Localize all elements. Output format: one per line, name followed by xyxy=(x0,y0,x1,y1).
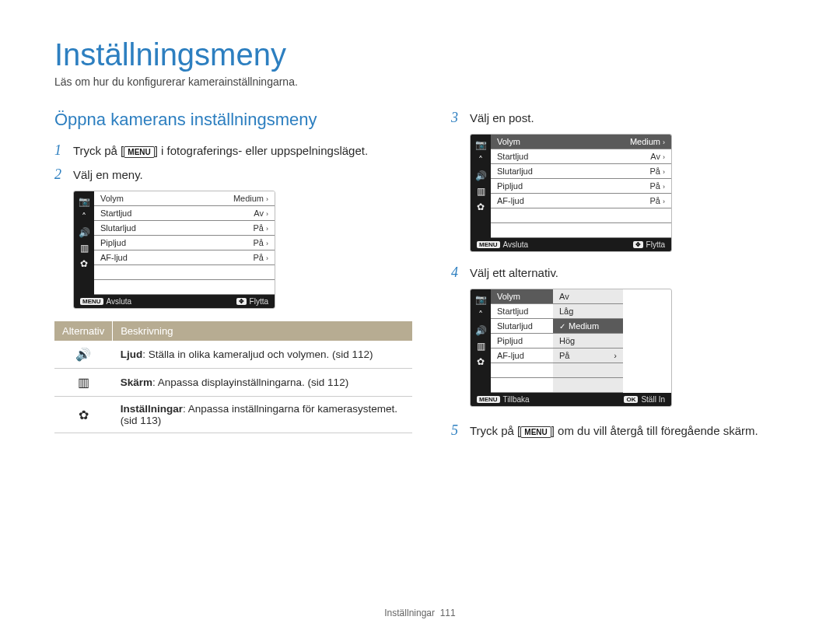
menu-badge-icon: MENU xyxy=(477,241,500,248)
move-badge-icon: ✥ xyxy=(236,298,247,305)
menu-button-icon: MENU xyxy=(124,146,154,158)
option-row: Medium xyxy=(553,319,623,334)
lcd-row: AF-ljudPå› xyxy=(94,250,275,265)
sound-icon: 🔊 xyxy=(474,170,487,181)
display-icon: ▥ xyxy=(474,186,487,197)
section-heading: Öppna kamerans inställningsmeny xyxy=(54,110,412,130)
camera-icon: 📷 xyxy=(78,196,90,207)
menu-badge-icon: MENU xyxy=(477,396,500,403)
lcd-row: VolymMedium› xyxy=(94,191,275,206)
gear-icon: ✿ xyxy=(474,201,487,212)
lcd-row: Startljud xyxy=(491,304,553,319)
lcd-screenshot-2: 📷 ˄ 🔊 ▥ ✿ VolymMedium›StartljudAv›Slutar… xyxy=(470,134,672,252)
lcd-row: Pipljud xyxy=(491,334,553,349)
lcd-row: StartljudAv› xyxy=(94,206,275,221)
row-icon: ▥ xyxy=(54,369,113,397)
display-icon: ▥ xyxy=(474,341,487,352)
lcd-row: AF-ljud xyxy=(491,349,553,363)
camera-icon: 📷 xyxy=(474,139,487,150)
lcd-row: PipljudPå› xyxy=(94,236,275,250)
option-row: På› xyxy=(553,349,623,363)
step-2: 2 Välj en meny. xyxy=(54,166,412,183)
move-badge-icon: ✥ xyxy=(633,241,643,248)
option-row: Hög xyxy=(553,334,623,349)
option-row: Låg xyxy=(553,304,623,319)
page-title: Inställningsmeny xyxy=(54,37,786,72)
page-subtitle: Läs om hur du konfigurerar kamerainställ… xyxy=(54,75,786,88)
page-footer: Inställningar 111 xyxy=(0,608,840,618)
display-icon: ▥ xyxy=(78,243,90,254)
gear-icon: ✿ xyxy=(474,356,487,367)
lcd-screenshot-1: 📷 ˄ 🔊 ▥ ✿ VolymMedium›StartljudAv›Slutar… xyxy=(73,191,275,309)
lcd-row: VolymMedium› xyxy=(491,135,671,149)
lcd-row: SlutarljudPå› xyxy=(491,164,671,179)
alternatives-table: Alternativ Beskrivning 🔊Ljud: Ställa in … xyxy=(54,321,412,433)
lcd-row: SlutarljudPå› xyxy=(94,221,275,236)
lcd-screenshot-3: 📷 ˄ 🔊 ▥ ✿ VolymStartljudSlutarljudPiplju… xyxy=(470,289,672,407)
caret-up-icon: ˄ xyxy=(474,155,487,166)
caret-up-icon: ˄ xyxy=(474,310,487,321)
sound-icon: 🔊 xyxy=(474,325,487,336)
table-row: 🔊Ljud: Ställa in olika kameraljud och vo… xyxy=(54,341,412,369)
lcd-row: Slutarljud xyxy=(491,319,553,334)
menu-badge-icon: MENU xyxy=(80,298,103,305)
table-header-beskrivning: Beskrivning xyxy=(113,321,412,341)
camera-icon: 📷 xyxy=(474,294,487,305)
step-3: 3 Välj en post. xyxy=(451,110,786,126)
row-icon: ✿ xyxy=(54,397,113,433)
table-row: ▥Skärm: Anpassa displayinställningarna. … xyxy=(54,369,412,397)
table-header-alternativ: Alternativ xyxy=(54,321,113,341)
step-5: 5 Tryck på [MENU] om du vill återgå till… xyxy=(451,422,786,439)
lcd-row: AF-ljudPå› xyxy=(491,194,671,208)
row-icon: 🔊 xyxy=(54,341,113,369)
menu-button-icon: MENU xyxy=(520,426,551,438)
lcd-row: PipljudPå› xyxy=(491,179,671,194)
sound-icon: 🔊 xyxy=(78,227,90,238)
step-4: 4 Välj ett alternativ. xyxy=(451,264,786,281)
option-row: Av xyxy=(553,289,623,304)
lcd-row: Volym xyxy=(491,289,553,304)
lcd-row: StartljudAv› xyxy=(491,149,671,164)
step-1: 1 Tryck på [MENU] i fotograferings- elle… xyxy=(54,142,412,159)
caret-up-icon: ˄ xyxy=(78,212,90,222)
gear-icon: ✿ xyxy=(78,258,90,269)
table-row: ✿Inställningar: Anpassa inställningarna … xyxy=(54,397,412,433)
ok-badge-icon: OK xyxy=(624,396,638,403)
